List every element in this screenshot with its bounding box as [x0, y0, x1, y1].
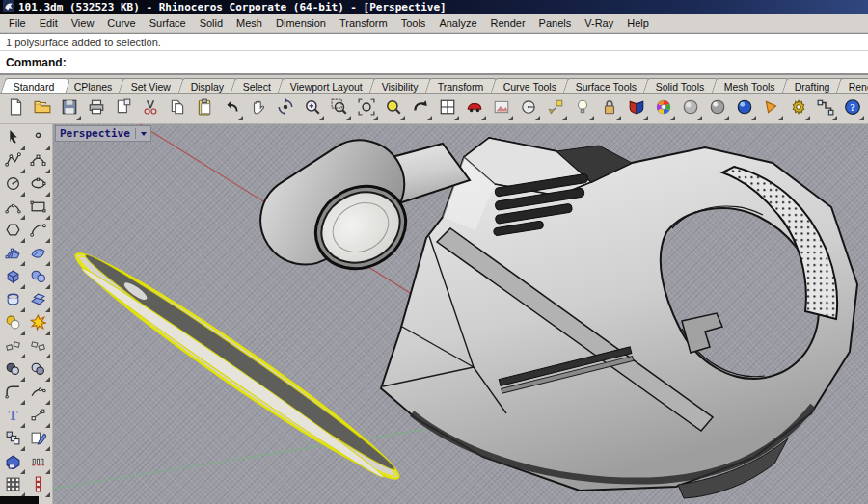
toolbar-button-zoom-dynamic[interactable]: [300, 96, 325, 121]
menu-item-panels[interactable]: Panels: [532, 15, 579, 31]
toolbar-button-render[interactable]: [462, 96, 487, 121]
viewport-title[interactable]: Perspective: [55, 125, 151, 142]
tab-set-view[interactable]: Set View: [119, 78, 187, 93]
menu-item-file[interactable]: File: [2, 15, 33, 31]
sidebar-button-solid-box[interactable]: [1, 266, 25, 289]
menu-item-v-ray[interactable]: V-Ray: [578, 15, 620, 31]
menu-item-surface[interactable]: Surface: [143, 15, 193, 31]
menu-item-dimension[interactable]: Dimension: [269, 15, 333, 31]
menu-item-help[interactable]: Help: [620, 15, 656, 31]
tab-surface-tools[interactable]: Surface Tools: [562, 78, 653, 93]
sidebar-button-solid-union-box[interactable]: [1, 451, 25, 474]
sidebar-button-split-edge[interactable]: [1, 335, 25, 358]
menu-item-render[interactable]: Render: [484, 15, 532, 31]
sidebar-button-merge-edge[interactable]: [26, 335, 50, 358]
toolbar-button-object-snap[interactable]: [543, 96, 568, 121]
sidebar-button-text-object[interactable]: T: [1, 405, 25, 428]
toolbar-button-zoom-extents[interactable]: [354, 96, 379, 121]
toolbar-button-paste[interactable]: [192, 96, 217, 121]
sidebar-button-conic-curve[interactable]: [1, 197, 25, 220]
selected-sole-plate[interactable]: [66, 240, 408, 492]
tab-viewport-layout[interactable]: Viewport Layout: [278, 78, 379, 93]
sidebar-button-select-pointer[interactable]: [1, 127, 25, 150]
toolbar-button-lock-objects[interactable]: [597, 96, 622, 121]
sidebar-button-block-definition[interactable]: [26, 474, 50, 497]
toolbar-button-copy[interactable]: [165, 96, 190, 121]
sidebar-button-fillet-curve[interactable]: [1, 382, 25, 405]
sidebar-button-array-objects[interactable]: [26, 451, 50, 474]
toolbar-button-material-preview[interactable]: [732, 96, 757, 121]
sidebar-button-arc[interactable]: [26, 220, 50, 243]
sidebar-button-edit-layers[interactable]: [26, 428, 50, 451]
toolbar-button-cut[interactable]: [138, 96, 163, 121]
sidebar-button-boolean-union[interactable]: [1, 312, 25, 335]
toolbar-button-copy-to-clipboard[interactable]: [111, 96, 136, 121]
tab-curve-tools[interactable]: Curve Tools: [490, 78, 572, 93]
toolbar-button-new-document[interactable]: [3, 96, 28, 121]
sidebar-button-explode[interactable]: [26, 312, 50, 335]
sidebar-button-polyline[interactable]: [1, 150, 25, 173]
toolbar-button-material-glossy[interactable]: [705, 96, 730, 121]
tab-label: Surface Tools: [575, 81, 636, 93]
tab-transform[interactable]: Transform: [424, 78, 500, 93]
viewport-canvas[interactable]: [53, 124, 868, 504]
toolbar-button-open-file[interactable]: [30, 96, 55, 121]
toolbar-button-zoom-window[interactable]: [327, 96, 352, 121]
sidebar-button-solid-spheres[interactable]: [26, 266, 50, 289]
menu-item-edit[interactable]: Edit: [33, 15, 65, 31]
tab-mesh-tools[interactable]: Mesh Tools: [711, 78, 791, 93]
toolbar-button-zoom-selected[interactable]: [381, 96, 406, 121]
sidebar-button-boolean-difference[interactable]: [1, 358, 25, 382]
sidebar-button-deformable-surface[interactable]: [1, 243, 25, 266]
command-prompt[interactable]: Command:: [0, 51, 868, 75]
perspective-viewport[interactable]: Perspective: [53, 124, 868, 504]
sidebar-button-surface-patch[interactable]: [26, 243, 50, 266]
planer-body[interactable]: [381, 138, 857, 498]
toolbar-button-undo-view-change[interactable]: [408, 96, 433, 121]
menu-item-view[interactable]: View: [65, 15, 101, 31]
menu-item-mesh[interactable]: Mesh: [230, 15, 269, 31]
toolbar-button-undo[interactable]: [219, 96, 244, 121]
sidebar-button-ellipse[interactable]: [26, 173, 50, 197]
sidebar-button-rectangular-array[interactable]: [1, 474, 25, 497]
chevron-down-icon[interactable]: [141, 132, 147, 136]
sidebar-button-group-objects[interactable]: [1, 428, 25, 451]
toolbar-button-render-preview[interactable]: [489, 96, 514, 121]
tab-rend[interactable]: Rend: [836, 78, 868, 93]
sidebar-button-move-control-points[interactable]: [26, 405, 50, 428]
tab-label: Visibility: [382, 81, 419, 93]
sidebar-button-solid-torus[interactable]: [1, 289, 25, 312]
toolbar-button-lights[interactable]: [570, 96, 595, 121]
toolbar-button-options[interactable]: [786, 96, 811, 121]
array-objects-icon: [30, 453, 46, 469]
menu-item-curve[interactable]: Curve: [100, 15, 142, 31]
menu-item-tools[interactable]: Tools: [394, 15, 433, 31]
sidebar-button-extend-curve[interactable]: [26, 382, 50, 405]
toolbar-button-spotlight[interactable]: [759, 96, 784, 121]
toolbar-button-help[interactable]: ?: [840, 96, 865, 121]
toolbar-button-record-history[interactable]: [813, 96, 838, 121]
toolbar-button-display-mode[interactable]: [624, 96, 649, 121]
toolbar-button-rotate-view[interactable]: [273, 96, 298, 121]
toolbar-button-print[interactable]: [84, 96, 109, 121]
zoom-selected-icon: [385, 98, 402, 116]
extend-curve-icon: [30, 384, 46, 404]
sidebar-button-boolean-intersection[interactable]: [26, 358, 50, 382]
menu-item-solid[interactable]: Solid: [193, 15, 230, 31]
sidebar-button-surface-sections[interactable]: [26, 289, 50, 312]
tab-standard[interactable]: Standard: [0, 78, 70, 93]
toolbar-button-viewport-layout[interactable]: [435, 96, 460, 121]
toolbar-button-save-file[interactable]: [57, 96, 82, 121]
menu-item-analyze[interactable]: Analyze: [432, 15, 483, 31]
sidebar-button-polygon[interactable]: [1, 220, 25, 243]
toolbar-button-color-wheel[interactable]: [651, 96, 676, 121]
menu-item-transform[interactable]: Transform: [333, 15, 394, 31]
sidebar-button-control-point-curve[interactable]: [26, 150, 50, 173]
toolbar-button-set-cplane[interactable]: [516, 96, 541, 121]
toolbar-button-material-matte[interactable]: [678, 96, 703, 121]
tab-solid-tools[interactable]: Solid Tools: [643, 78, 721, 93]
toolbar-button-pan-view[interactable]: [246, 96, 271, 121]
sidebar-button-rectangle[interactable]: [26, 197, 50, 220]
sidebar-button-circle[interactable]: [1, 173, 25, 197]
sidebar-button-point[interactable]: [26, 127, 50, 150]
